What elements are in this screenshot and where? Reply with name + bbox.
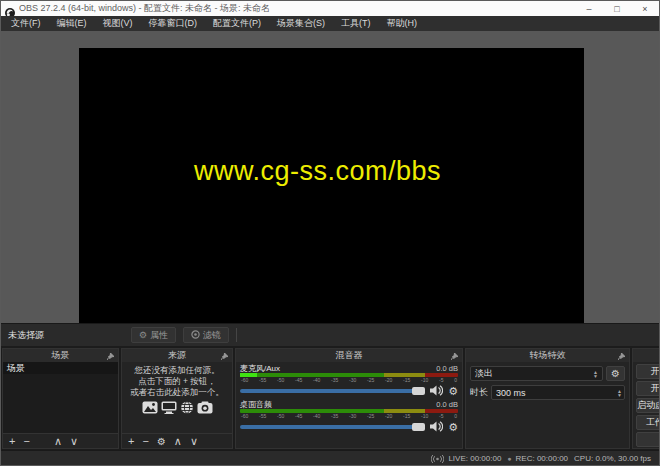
sources-empty-line: 您还没有添加任何源。 <box>122 365 232 376</box>
record-dot-icon: ● <box>507 455 511 462</box>
status-bar: LIVE: 00:00:00 ● REC: 00:00:00 CPU: 0.0%… <box>1 450 659 465</box>
audio-mixer-panel: 混音器 麦克风/Aux 0.0 dB -60-55-50-45-40-35-30… <box>235 348 463 449</box>
menu-item[interactable]: 编辑(E) <box>49 17 95 30</box>
duration-spinbox[interactable]: ▲▼ <box>491 385 625 400</box>
volume-slider[interactable] <box>240 389 425 393</box>
sources-empty-line: 或者右击此处添加一个。 <box>122 387 232 398</box>
sources-toolbar: + − ⚙ ∧ ∨ <box>122 433 232 448</box>
menu-item[interactable]: 帮助(H) <box>379 17 426 30</box>
volume-meter <box>240 409 458 413</box>
speaker-icon[interactable] <box>430 382 443 400</box>
gear-icon: ⚙ <box>139 330 147 340</box>
scenes-toolbar: + − ∧ ∨ <box>3 433 118 448</box>
control-button[interactable]: 设置 <box>636 432 660 447</box>
cpu-fps-stats: CPU: 0.0%, 30.00 fps <box>574 454 651 463</box>
menu-item[interactable]: 视图(V) <box>95 17 141 30</box>
transition-selected-value: 淡出 <box>475 367 493 380</box>
scale-tick: -10 <box>421 377 428 384</box>
dock-area: 场景 场景 + − ∧ ∨ 来源 您还没有添加任何源。点击下面的 + 按钮，或者… <box>1 346 659 450</box>
spinbox-arrows-icon[interactable]: ▲▼ <box>617 389 622 397</box>
scene-move-up-icon[interactable]: ∧ <box>54 436 62 447</box>
source-move-up-icon[interactable]: ∧ <box>174 436 182 447</box>
properties-button[interactable]: ⚙ 属性 <box>131 327 176 343</box>
close-button[interactable]: × <box>631 1 659 16</box>
controls-panel-header[interactable]: 控件 <box>633 349 660 362</box>
preview-area[interactable]: www.cg-ss.com/bbs <box>1 31 659 323</box>
mixer-channel-desktop: 桌面音频 0.0 dB -60-55-50-45-40-35-30-25-20-… <box>240 399 458 434</box>
sources-empty-state[interactable]: 您还没有添加任何源。点击下面的 + 按钮，或者右击此处添加一个。 <box>122 362 232 433</box>
transition-properties-button[interactable]: ⚙ <box>606 366 625 381</box>
scale-tick: -50 <box>277 377 284 384</box>
filters-label: 滤镜 <box>203 329 221 342</box>
program-canvas[interactable]: www.cg-ss.com/bbs <box>79 48 584 323</box>
live-status: LIVE: 00:00:00 <box>431 449 501 466</box>
properties-label: 属性 <box>150 329 168 342</box>
transitions-panel-header[interactable]: 转场特效 <box>466 349 629 362</box>
control-button[interactable]: 启动虚拟摄像机 <box>636 398 660 413</box>
mixer-channels: 麦克风/Aux 0.0 dB -60-55-50-45-40-35-30-25-… <box>236 362 462 448</box>
pin-icon[interactable] <box>618 352 625 362</box>
maximize-button[interactable]: □ <box>603 1 631 16</box>
menu-item[interactable]: 停靠窗口(D) <box>141 17 206 30</box>
sources-panel-title: 来源 <box>168 349 186 362</box>
menu-item[interactable]: 工具(T) <box>333 17 379 30</box>
control-button[interactable]: 开始录制 <box>636 381 660 396</box>
camera-source-icon <box>197 401 213 417</box>
remove-scene-icon[interactable]: − <box>23 436 29 447</box>
menu-item[interactable]: 文件(F) <box>3 17 49 30</box>
source-properties-icon[interactable]: ⚙ <box>157 436 166 447</box>
scale-tick: -25 <box>367 377 374 384</box>
scenes-panel-header[interactable]: 场景 <box>3 349 118 362</box>
sources-panel-header[interactable]: 来源 <box>122 349 232 362</box>
pin-icon[interactable] <box>221 352 228 362</box>
no-source-selected-label: 未选择源 <box>8 329 124 342</box>
scale-tick: -10 <box>421 413 428 420</box>
source-move-down-icon[interactable]: ∨ <box>190 436 198 447</box>
add-source-icon[interactable]: + <box>128 436 134 447</box>
scale-tick: -15 <box>403 377 410 384</box>
add-scene-icon[interactable]: + <box>9 436 15 447</box>
volume-slider-handle[interactable] <box>412 423 425 431</box>
pin-icon[interactable] <box>107 352 114 362</box>
scale-tick: -40 <box>313 413 320 420</box>
rec-status: ● REC: 00:00:00 <box>507 454 568 463</box>
volume-slider[interactable] <box>240 425 425 429</box>
controls-buttons: 开始推流开始录制启动虚拟摄像机工作室模式设置退出 <box>633 362 660 448</box>
scene-list-item[interactable]: 场景 <box>3 362 118 374</box>
title-bar: OBS 27.2.4 (64-bit, windows) - 配置文件: 未命名… <box>1 1 659 16</box>
scenes-panel-title: 场景 <box>52 349 70 362</box>
filters-button[interactable]: 滤镜 <box>183 327 229 343</box>
control-button[interactable]: 工作室模式 <box>636 415 660 430</box>
remove-source-icon[interactable]: − <box>142 436 148 447</box>
scale-tick: -20 <box>385 413 392 420</box>
duration-label: 时长 <box>470 386 488 399</box>
meter-scale: -60-55-50-45-40-35-30-25-20-15-10-50 <box>240 413 458 420</box>
channel-gear-icon[interactable]: ⚙ <box>448 386 458 397</box>
duration-input[interactable] <box>492 388 617 398</box>
transition-select[interactable]: 淡出 ▲▼ <box>470 366 603 381</box>
scene-list[interactable]: 场景 <box>3 362 118 433</box>
toolbar-separator <box>236 328 237 342</box>
control-button[interactable]: 开始推流 <box>636 364 660 379</box>
minimize-button[interactable]: – <box>575 1 603 16</box>
scenes-panel: 场景 场景 + − ∧ ∨ <box>2 348 119 449</box>
scale-tick: -30 <box>349 377 356 384</box>
image-source-icon <box>142 401 158 417</box>
transitions-panel: 转场特效 淡出 ▲▼ ⚙ 时长 ▲▼ <box>465 348 630 449</box>
scale-tick: -25 <box>367 413 374 420</box>
volume-slider-handle[interactable] <box>412 387 425 395</box>
channel-level: 0.0 dB <box>436 364 458 373</box>
menu-item[interactable]: 配置文件(P) <box>205 17 269 30</box>
scale-tick: -55 <box>259 377 266 384</box>
sources-empty-text: 您还没有添加任何源。点击下面的 + 按钮，或者右击此处添加一个。 <box>122 365 232 398</box>
speaker-icon[interactable] <box>430 418 443 436</box>
scale-tick: -50 <box>277 413 284 420</box>
scene-move-down-icon[interactable]: ∨ <box>70 436 78 447</box>
sources-panel: 来源 您还没有添加任何源。点击下面的 + 按钮，或者右击此处添加一个。 + − … <box>121 348 233 449</box>
channel-gear-icon[interactable]: ⚙ <box>448 422 458 433</box>
mixer-panel-header[interactable]: 混音器 <box>236 349 462 362</box>
scale-tick: -40 <box>313 377 320 384</box>
pin-icon[interactable] <box>451 352 458 362</box>
sources-empty-line: 点击下面的 + 按钮， <box>122 376 232 387</box>
menu-item[interactable]: 场景集合(S) <box>269 17 333 30</box>
